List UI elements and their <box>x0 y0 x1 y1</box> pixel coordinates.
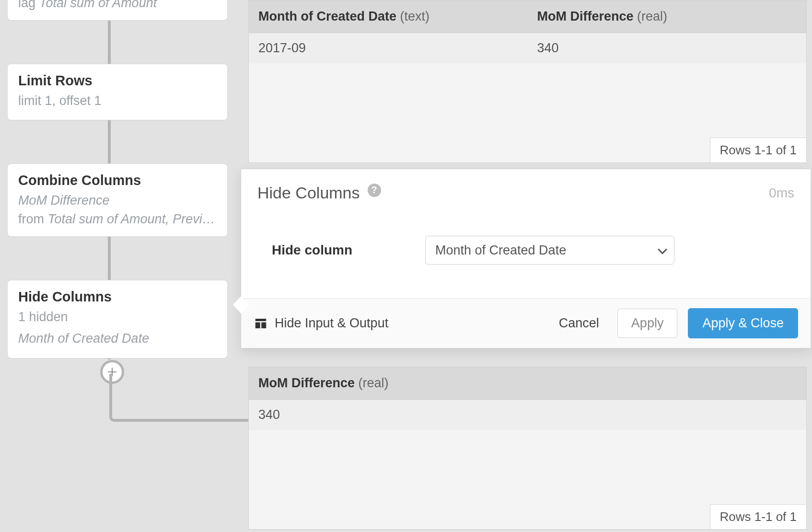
panel-timing: 0ms <box>769 185 794 201</box>
apply-close-button[interactable]: Apply & Close <box>688 308 798 338</box>
card-title: Limit Rows <box>18 73 217 89</box>
rows-count-badge: Rows 1-1 of 1 <box>710 504 806 529</box>
output-table: MoM Difference (real) 340 Rows 1-1 of 1 <box>248 367 807 530</box>
rows-count-badge: Rows 1-1 of 1 <box>710 138 806 162</box>
pipeline-card-lag[interactable]: lag Total sum of Amount <box>7 0 228 21</box>
table-cell: 340 <box>249 400 806 430</box>
card-subtitle: 1 hidden <box>18 308 217 326</box>
hide-io-toggle[interactable]: Hide Input & Output <box>275 316 388 331</box>
table-cell: 2017-09 <box>249 33 528 63</box>
hide-column-select[interactable]: Month of Created Date MoM Difference <box>425 236 674 265</box>
help-icon[interactable]: ? <box>368 184 381 197</box>
table-icon <box>254 316 268 331</box>
lag-italic: Total sum of Amount <box>39 0 157 10</box>
table-header-cell[interactable]: MoM Difference (real) <box>249 367 806 399</box>
card-title: Combine Columns <box>18 173 217 188</box>
hide-columns-panel: Hide Columns ? 0ms Hide column Month of … <box>241 169 811 348</box>
pipeline-card-limit-rows[interactable]: Limit Rows limit 1, offset 1 <box>7 64 228 120</box>
card-subtitle: limit 1, offset 1 <box>18 92 217 110</box>
apply-button[interactable]: Apply <box>617 309 678 338</box>
pipeline-card-combine-columns[interactable]: Combine Columns MoM Difference from Tota… <box>7 163 228 237</box>
pipeline-column: lag Total sum of Amount Limit Rows limit… <box>7 0 228 359</box>
table-cell: 340 <box>528 33 807 63</box>
hide-column-select-wrap: Month of Created Date MoM Difference <box>425 236 674 265</box>
table-row[interactable]: 2017-09 340 <box>249 33 806 63</box>
lag-prefix: lag <box>18 0 35 10</box>
table-header-cell[interactable]: MoM Difference (real) <box>528 0 807 33</box>
table-row[interactable]: 340 <box>249 400 806 430</box>
card-subtitle2: Month of Created Date <box>18 329 217 348</box>
card-subtitle: MoM Difference <box>18 191 217 210</box>
card-from: from Total sum of Amount, Previ… <box>18 212 217 227</box>
table-header-cell[interactable]: Month of Created Date (text) <box>249 0 528 33</box>
input-table: Month of Created Date (text) MoM Differe… <box>248 0 807 163</box>
hide-column-label: Hide column <box>257 243 425 258</box>
table-header-row: Month of Created Date (text) MoM Differe… <box>249 0 806 33</box>
table-header-row: MoM Difference (real) <box>249 367 806 400</box>
cancel-button[interactable]: Cancel <box>551 310 607 336</box>
card-title: Hide Columns <box>18 289 217 305</box>
pipeline-card-hide-columns[interactable]: Hide Columns 1 hidden Month of Created D… <box>7 280 228 358</box>
panel-title: Hide Columns <box>257 184 360 202</box>
